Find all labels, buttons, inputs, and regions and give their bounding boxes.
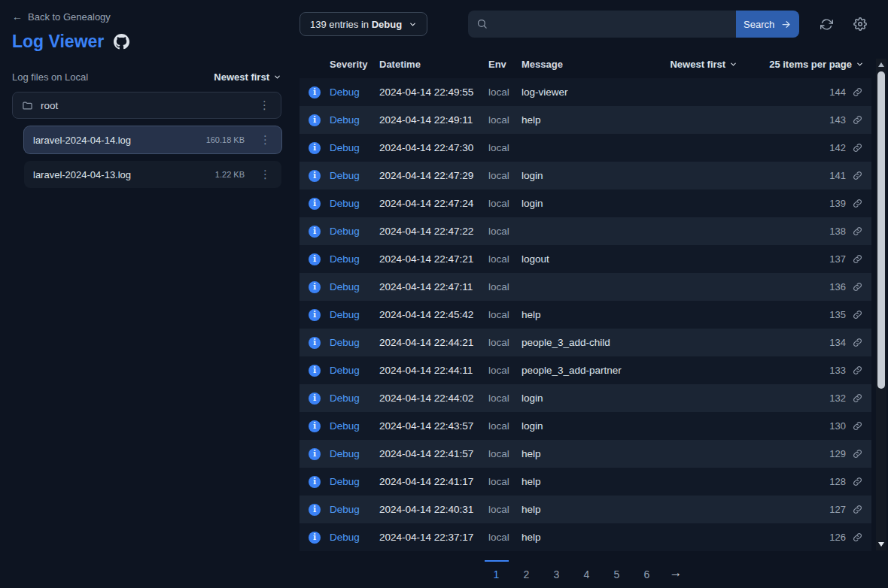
log-file-item[interactable]: laravel-2024-04-13.log 1.22 KB ⋮ (24, 161, 281, 188)
severity-link[interactable]: Debug (330, 476, 379, 487)
entries-filter-dropdown[interactable]: 139 entries in Debug (300, 12, 427, 36)
sidebar: ← Back to Genealogy Log Viewer Log files… (0, 0, 293, 588)
log-row[interactable]: Debug 2024-04-14 22:47:29 local login 14… (300, 162, 871, 189)
gear-icon[interactable] (853, 17, 867, 31)
severity-link[interactable]: Debug (330, 226, 379, 237)
severity-link[interactable]: Debug (330, 170, 379, 181)
severity-link[interactable]: Debug (330, 281, 379, 292)
link-icon[interactable] (853, 393, 862, 403)
search-input[interactable] (468, 11, 736, 38)
toolbar-icons (820, 17, 871, 31)
link-icon[interactable] (853, 449, 862, 459)
severity-link[interactable]: Debug (330, 365, 379, 376)
link-icon[interactable] (853, 532, 862, 542)
severity-link[interactable]: Debug (330, 337, 379, 348)
link-icon[interactable] (853, 143, 862, 153)
log-row[interactable]: Debug 2024-04-14 22:49:55 local log-view… (300, 78, 871, 106)
link-icon[interactable] (853, 505, 862, 514)
link-icon[interactable] (853, 226, 862, 236)
row-index: 134 (813, 337, 846, 348)
row-message: people_3_add-child (522, 337, 813, 348)
link-icon[interactable] (853, 87, 862, 97)
severity-link[interactable]: Debug (330, 86, 379, 98)
row-index: 129 (813, 448, 846, 459)
link-icon[interactable] (853, 365, 862, 375)
log-row[interactable]: Debug 2024-04-14 22:49:11 local help 143 (300, 106, 871, 134)
log-row[interactable]: Debug 2024-04-14 22:40:31 local help 127 (300, 496, 871, 523)
link-icon[interactable] (853, 199, 862, 208)
file-menu-dots-icon[interactable]: ⋮ (258, 133, 272, 147)
github-icon[interactable] (114, 34, 129, 50)
log-row[interactable]: Debug 2024-04-14 22:47:21 local logout 1… (300, 245, 871, 273)
severity-link[interactable]: Debug (330, 114, 379, 126)
pagination-page-button[interactable]: 6 (635, 560, 659, 585)
scrollbar-track[interactable] (876, 59, 886, 550)
severity-link[interactable]: Debug (330, 393, 379, 404)
table-sort-dropdown[interactable]: Newest first (670, 59, 737, 70)
log-file-name: laravel-2024-04-13.log (33, 169, 131, 180)
link-icon[interactable] (853, 310, 862, 320)
triangle-down-icon (878, 542, 884, 547)
link-icon[interactable] (853, 282, 862, 292)
folder-item-root[interactable]: root ⋮ (12, 92, 281, 119)
log-row[interactable]: Debug 2024-04-14 22:43:57 local login 13… (300, 412, 871, 440)
refresh-icon[interactable] (820, 18, 833, 31)
row-message: logout (522, 253, 813, 265)
log-row[interactable]: Debug 2024-04-14 22:44:02 local login 13… (300, 384, 871, 412)
log-row[interactable]: Debug 2024-04-14 22:47:24 local login 13… (300, 189, 871, 217)
search-bar: Search (468, 11, 799, 38)
info-icon (309, 393, 321, 405)
link-icon[interactable] (853, 171, 862, 180)
pagination-page-button[interactable]: 5 (605, 560, 629, 585)
log-row[interactable]: Debug 2024-04-14 22:37:17 local help 126 (300, 523, 871, 551)
log-row[interactable]: Debug 2024-04-14 22:47:11 local 136 (300, 273, 871, 301)
link-icon[interactable] (853, 477, 862, 486)
severity-link[interactable]: Debug (330, 142, 379, 153)
folder-menu-dots-icon[interactable]: ⋮ (257, 99, 272, 112)
log-row[interactable]: Debug 2024-04-14 22:44:21 local people_3… (300, 329, 871, 356)
scrollbar-thumb[interactable] (877, 71, 885, 389)
info-icon (309, 309, 321, 321)
row-datetime: 2024-04-14 22:47:11 (379, 281, 488, 292)
severity-link[interactable]: Debug (330, 198, 379, 209)
link-icon[interactable] (853, 338, 862, 347)
arrow-right-icon (780, 19, 792, 30)
file-menu-dots-icon[interactable]: ⋮ (258, 168, 272, 181)
row-message: login (522, 198, 813, 209)
link-icon[interactable] (853, 115, 862, 125)
files-sort-dropdown[interactable]: Newest first (214, 71, 281, 83)
row-message: help (522, 114, 813, 126)
severity-link[interactable]: Debug (330, 448, 379, 459)
log-row[interactable]: Debug 2024-04-14 22:47:22 local 138 (300, 217, 871, 245)
search-button-label: Search (744, 19, 774, 30)
log-row[interactable]: Debug 2024-04-14 22:47:30 local 142 (300, 134, 871, 162)
row-datetime: 2024-04-14 22:49:55 (379, 86, 488, 98)
per-page-dropdown[interactable]: 25 items per page (769, 59, 864, 70)
app: ← Back to Genealogy Log Viewer Log files… (0, 0, 888, 588)
log-row[interactable]: Debug 2024-04-14 22:44:11 local people_3… (300, 356, 871, 384)
info-icon (309, 170, 321, 182)
row-env: local (488, 393, 522, 404)
log-row[interactable]: Debug 2024-04-14 22:45:42 local help 135 (300, 301, 871, 329)
log-file-item[interactable]: laravel-2024-04-14.log 160.18 KB ⋮ (24, 126, 281, 153)
log-row[interactable]: Debug 2024-04-14 22:41:57 local help 129 (300, 440, 871, 468)
severity-link[interactable]: Debug (330, 309, 379, 320)
log-row[interactable]: Debug 2024-04-14 22:41:17 local help 128 (300, 468, 871, 496)
back-link[interactable]: ← Back to Genealogy (12, 11, 281, 23)
scroll-down-button[interactable] (878, 538, 884, 550)
link-icon[interactable] (853, 254, 862, 264)
arrow-left-icon: ← (12, 11, 23, 23)
severity-link[interactable]: Debug (330, 253, 379, 265)
pagination-next-button[interactable]: → (665, 560, 687, 585)
scroll-up-button[interactable] (878, 59, 884, 71)
info-icon (309, 86, 321, 99)
pagination-page-button[interactable]: 1 (485, 560, 509, 585)
link-icon[interactable] (853, 421, 862, 431)
pagination-page-button[interactable]: 4 (575, 560, 599, 585)
search-button[interactable]: Search (736, 11, 799, 38)
pagination-page-button[interactable]: 3 (545, 560, 569, 585)
severity-link[interactable]: Debug (330, 532, 379, 543)
severity-link[interactable]: Debug (330, 420, 379, 432)
severity-link[interactable]: Debug (330, 504, 379, 515)
pagination-page-button[interactable]: 2 (515, 560, 539, 585)
